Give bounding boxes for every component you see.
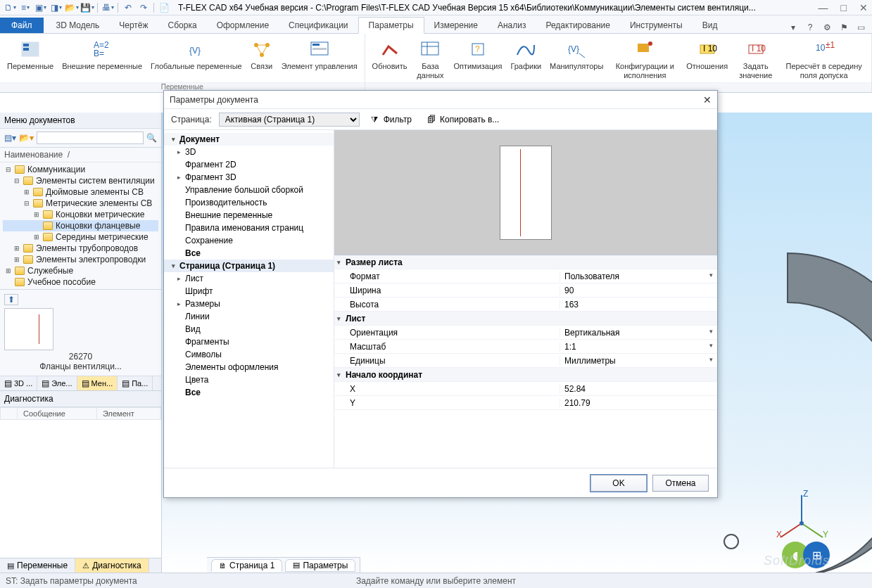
dialog-tree-item[interactable]: Цвета xyxy=(164,373,334,386)
ok-button[interactable]: OK xyxy=(590,475,647,492)
tree-row[interactable]: ⊞Элементы электропроводки xyxy=(3,254,158,265)
optimization-button[interactable]: ?Оптимизация xyxy=(449,37,506,82)
axis-gizmo[interactable]: Z X Y xyxy=(773,488,830,544)
tree-row[interactable]: ⊟Элементы систем вентиляции xyxy=(3,175,158,186)
manipulators-button[interactable]: {V}Манипуляторы xyxy=(545,37,607,82)
dialog-tree-item[interactable]: Линии xyxy=(164,310,334,323)
links-button[interactable]: Связи xyxy=(246,37,277,82)
cancel-button[interactable]: Отмена xyxy=(652,475,709,492)
panel-tab[interactable]: ▤Мен... xyxy=(77,376,118,390)
tree-row[interactable]: ⊟Коммуникации xyxy=(3,164,158,175)
tree-row[interactable]: ⊞Служебные xyxy=(3,265,158,276)
tree-row[interactable]: ⊞Концовки метрические xyxy=(3,209,158,220)
global-vars-button[interactable]: {V}Глобальные переменные xyxy=(146,37,246,82)
refresh-button[interactable]: Обновить xyxy=(368,37,412,82)
dialog-tree-item[interactable]: Элементы оформления xyxy=(164,361,334,373)
qat-save-icon[interactable]: 💾 xyxy=(82,2,93,13)
qat-undo-icon[interactable]: ↶ xyxy=(122,2,134,13)
document-tree[interactable]: ⊟Коммуникации⊟Элементы систем вентиляции… xyxy=(0,162,161,289)
prop-row[interactable]: Y210.79 xyxy=(334,396,717,410)
dialog-tree-item[interactable]: Правила именования страниц xyxy=(164,222,334,234)
qat-doc-icon[interactable]: 📄 xyxy=(158,2,170,13)
dialog-tree[interactable]: ▾Документ▸3DФрагмент 2D▸Фрагмент 3DУправ… xyxy=(164,130,334,468)
close-button[interactable]: ✕ xyxy=(859,2,868,13)
property-grid[interactable]: ▾Размер листаФорматПользователяШирина90В… xyxy=(334,255,717,468)
relations-button[interactable]: I 10Отношения xyxy=(682,37,732,82)
minimize-button[interactable]: — xyxy=(819,2,828,13)
ribbon-drop-icon[interactable]: ▾ xyxy=(788,22,799,33)
toolbar-icon[interactable]: ▤▾ xyxy=(4,133,16,143)
dialog-tree-group[interactable]: ▾Документ xyxy=(164,133,334,146)
external-vars-button[interactable]: A=2B=Внешние переменные xyxy=(58,37,146,82)
prop-row[interactable]: X52.84 xyxy=(334,382,717,396)
ribbon-tab[interactable]: Вид xyxy=(693,18,728,33)
window-icon[interactable]: ▭ xyxy=(855,22,866,33)
qat-redo-icon[interactable]: ↷ xyxy=(138,2,149,13)
prop-section[interactable]: ▾Размер листа xyxy=(334,255,717,269)
qat-menu-icon[interactable]: ≡ xyxy=(20,2,31,13)
tree-row[interactable]: Учебное пособие xyxy=(3,276,158,288)
copy-to-button[interactable]: 🗐Копировать в... xyxy=(423,113,503,126)
dialog-tree-item[interactable]: ▸Размеры xyxy=(164,298,334,310)
tree-row[interactable]: ⊞Середины метрические xyxy=(3,231,158,243)
dialog-tree-group[interactable]: ▾Страница (Страница 1) xyxy=(164,260,334,272)
dialog-tree-item[interactable]: ▸Лист xyxy=(164,272,334,285)
thumbnail[interactable] xyxy=(4,308,53,350)
prop-section[interactable]: ▾Начало координат xyxy=(334,368,717,382)
toolbar-open-icon[interactable]: 📂▾ xyxy=(19,133,34,143)
settings-icon[interactable]: ⚙ xyxy=(821,22,833,33)
variables-button[interactable]: Переменные xyxy=(3,37,58,82)
search-icon[interactable]: 🔍 xyxy=(146,133,157,143)
panel-search-input[interactable] xyxy=(37,132,144,144)
dialog-close-icon[interactable]: ✕ xyxy=(703,94,712,106)
dialog-tree-item[interactable]: ▸3D xyxy=(164,146,334,158)
ribbon-tab[interactable]: Редактирование xyxy=(536,18,619,33)
prop-row[interactable]: ОриентацияВертикальная xyxy=(334,326,717,340)
bottom-tab-diagnostics[interactable]: ⚠ Диагностика xyxy=(75,558,149,573)
dialog-tree-item[interactable]: Управление большой сборкой xyxy=(164,184,334,196)
prop-row[interactable]: ФорматПользователя xyxy=(334,269,717,283)
page-select[interactable]: Активная (Страница 1) xyxy=(219,113,360,127)
panel-tab[interactable]: ▤3D ... xyxy=(0,376,37,390)
configurations-button[interactable]: Конфигурации и исполнения xyxy=(607,37,682,82)
ribbon-tab[interactable]: Сборка xyxy=(158,18,207,33)
dialog-tree-item[interactable]: Производительность xyxy=(164,196,334,209)
dialog-tree-item[interactable]: Все xyxy=(164,247,334,260)
prop-row[interactable]: Высота163 xyxy=(334,298,717,312)
dialog-tree-item[interactable]: Шрифт xyxy=(164,285,334,298)
dialog-tree-item[interactable]: Символы xyxy=(164,348,334,361)
tree-row[interactable]: ⊞Дюймовые элементы СВ xyxy=(3,186,158,198)
tree-row[interactable]: ⊞Элементы трубопроводов xyxy=(3,243,158,254)
dialog-tree-item[interactable]: Вид xyxy=(164,323,334,335)
database-button[interactable]: База данных xyxy=(411,37,449,82)
ribbon-tab[interactable]: 3D Модель xyxy=(46,18,110,33)
doc-tab-page1[interactable]: 🗎 Страница 1 xyxy=(211,559,282,572)
tree-row[interactable]: ⊟Метрические элементы СВ xyxy=(3,198,158,209)
dialog-tree-item[interactable]: Внешние переменные xyxy=(164,209,334,222)
ribbon-tab[interactable]: Спецификации xyxy=(279,18,358,33)
dialog-tree-item[interactable]: Фрагменты xyxy=(164,335,334,348)
prop-row[interactable]: Ширина90 xyxy=(334,283,717,298)
prop-section[interactable]: ▾Лист xyxy=(334,312,717,326)
qat-db-icon[interactable]: ▣ xyxy=(35,2,46,13)
dialog-tree-item[interactable]: Все xyxy=(164,386,334,399)
charts-button[interactable]: Графики xyxy=(506,37,545,82)
dialog-tree-item[interactable]: ▸Фрагмент 3D xyxy=(164,171,334,184)
nav-up-icon[interactable]: ⬆ xyxy=(4,294,18,305)
dialog-tree-item[interactable]: Сохранение xyxy=(164,234,334,247)
help-icon[interactable]: ? xyxy=(804,22,816,33)
bottom-tab-variables[interactable]: ▤ Переменные xyxy=(0,558,75,573)
doc-tab-params[interactable]: ▤ Параметры xyxy=(285,559,355,572)
ribbon-tab[interactable]: Измерение xyxy=(424,18,488,33)
recalc-tolerance-button[interactable]: 10±1Пересчёт в середину поля допуска xyxy=(779,37,868,82)
flag-icon[interactable]: ⚑ xyxy=(838,22,849,33)
qat-cube-icon[interactable]: ◨ xyxy=(51,2,62,13)
panel-tab[interactable]: ▤Па... xyxy=(118,376,153,390)
qat-print-icon[interactable]: 🖶 xyxy=(102,2,113,13)
qat-new-icon[interactable]: 🗋 xyxy=(4,2,15,13)
ribbon-tab[interactable]: Оформление xyxy=(207,18,279,33)
ribbon-tab-active[interactable]: Параметры xyxy=(358,17,424,34)
set-value-button[interactable]: I 10Задать значение xyxy=(732,37,779,82)
tree-row[interactable]: Концовки фланцевые xyxy=(3,220,158,231)
panel-tab[interactable]: ▤Эле... xyxy=(37,376,77,390)
